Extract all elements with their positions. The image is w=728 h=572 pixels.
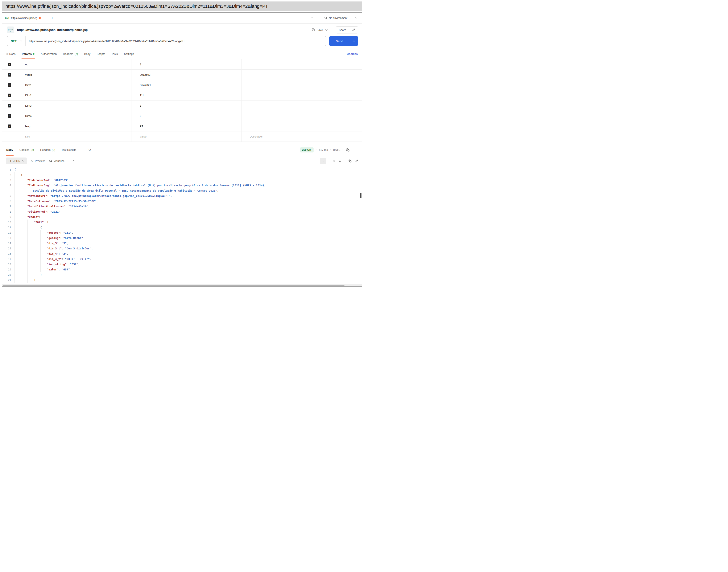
send-options-button[interactable]	[350, 36, 358, 46]
tab-options-button[interactable]	[306, 17, 318, 19]
code-token: ,	[90, 258, 91, 261]
checkbox-checked-icon[interactable]: ✓	[8, 104, 11, 108]
metainf-link[interactable]: https://www.ine.pt/bddXplorer/htdocs/min…	[52, 194, 169, 198]
method-dropdown-button[interactable]	[20, 41, 25, 42]
format-lines-button[interactable]	[332, 160, 336, 162]
environment-dropdown-button[interactable]	[350, 17, 362, 19]
status-badge[interactable]: 200 OK	[300, 147, 314, 152]
param-description-cell[interactable]	[242, 100, 362, 111]
code-token: :	[51, 184, 54, 187]
param-description-cell[interactable]	[242, 111, 362, 121]
save-options-button[interactable]	[325, 29, 328, 31]
param-description-cell[interactable]	[242, 70, 362, 80]
code-text: "IndicadorCod": "0012503",	[27, 177, 70, 183]
active-tab-underline	[21, 59, 35, 59]
request-name[interactable]: https://www.ine.pt/ine/json_indicador/pi…	[17, 28, 88, 31]
search-button[interactable]	[339, 159, 342, 162]
cookies-link[interactable]: Cookies	[346, 49, 358, 59]
vertical-scrollbar-thumb[interactable]	[360, 193, 361, 198]
indent-guide	[21, 235, 27, 240]
param-description-cell[interactable]	[242, 59, 362, 69]
network-security-icon[interactable]	[346, 148, 349, 152]
checkbox-checked-icon[interactable]: ✓	[8, 63, 11, 66]
tab-settings[interactable]: Settings	[124, 49, 134, 59]
send-button[interactable]: Send	[329, 36, 358, 46]
tab-scripts[interactable]: Scripts	[97, 49, 105, 59]
param-value-cell[interactable]: 0012503	[132, 70, 242, 80]
indent-guide	[27, 256, 34, 262]
visualize-button[interactable]: Visualize	[49, 159, 65, 162]
preview-button[interactable]: ▷ Preview	[31, 159, 45, 162]
param-key-cell[interactable]: Dim2	[17, 90, 132, 100]
indent-guide	[14, 220, 21, 225]
wrap-text-button[interactable]	[320, 158, 326, 164]
param-key-cell[interactable]: varcd	[17, 70, 132, 80]
code-line: 11{	[2, 225, 362, 230]
tab-count-badge: (7)	[75, 52, 78, 56]
response-meta: 200 OK 617 ms 853 B •••	[300, 144, 358, 156]
code-token: "geodsg"	[47, 236, 60, 239]
param-key-cell[interactable]: Dim4	[17, 111, 132, 121]
response-tab-test-results[interactable]: Test Results	[61, 144, 76, 156]
more-options-button[interactable]: •••	[354, 149, 358, 151]
link-button[interactable]	[355, 159, 358, 162]
param-key-cell[interactable]: Dim3	[17, 100, 132, 111]
checkbox-checked-icon[interactable]: ✓	[8, 83, 11, 87]
tab-body[interactable]: Body	[84, 49, 91, 59]
response-tab-headers[interactable]: Headers(8)	[40, 144, 55, 156]
request-url-input[interactable]: https://www.ine.pt/ine/json_indicador/pi…	[26, 40, 185, 43]
checkbox-checked-icon[interactable]: ✓	[8, 114, 11, 118]
param-key-cell[interactable]: Dim1	[17, 80, 132, 90]
active-tab-underline	[6, 155, 14, 156]
param-key-placeholder[interactable]: Key	[17, 131, 132, 142]
param-checkbox-cell: ✓	[2, 59, 17, 69]
tab-params[interactable]: Params	[22, 49, 34, 59]
param-value-cell[interactable]: 2	[132, 111, 242, 121]
param-key-cell[interactable]: lang	[17, 121, 132, 131]
browser-url-bar[interactable]: https://www.ine.pt/ine/json_indicador/pi…	[2, 1, 362, 11]
code-text: {	[41, 225, 42, 230]
param-description-cell[interactable]	[242, 90, 362, 100]
copy-button[interactable]	[348, 159, 351, 162]
environment-selector[interactable]: No environment	[318, 16, 350, 20]
param-value-cell[interactable]: S7A2021	[132, 80, 242, 90]
method-selector[interactable]: GET	[7, 40, 20, 43]
param-key-cell[interactable]: op	[17, 59, 132, 69]
param-description-placeholder[interactable]: Description	[242, 131, 362, 142]
response-body-editor[interactable]: 1[2{3"IndicadorCod": "0012503",4"Indicad…	[2, 166, 362, 286]
param-description-cell[interactable]	[242, 80, 362, 90]
share-button[interactable]: Share	[339, 28, 346, 31]
param-value-cell[interactable]: PT	[132, 121, 242, 131]
copy-link-button[interactable]	[352, 28, 355, 31]
request-tab[interactable]: GET https://www.ine.pt/ine/j	[2, 13, 47, 23]
tab-docs[interactable]: ≡Docs	[6, 49, 15, 59]
checkbox-checked-icon[interactable]: ✓	[8, 125, 11, 128]
code-line: 10"2021": [	[2, 220, 362, 225]
param-value-cell[interactable]: 111	[132, 90, 242, 100]
arrow-left-icon: ↽	[10, 31, 11, 32]
param-value-cell[interactable]: 2	[132, 59, 242, 69]
tab-tests[interactable]: Tests	[111, 49, 118, 59]
horizontal-scrollbar[interactable]	[2, 284, 362, 286]
indent-guide	[21, 256, 27, 262]
response-time[interactable]: 617 ms	[319, 148, 328, 151]
param-value-cell[interactable]: 3	[132, 100, 242, 111]
chevron-down-icon[interactable]	[73, 160, 75, 161]
checkbox-checked-icon[interactable]: ✓	[8, 73, 11, 77]
tab-headers[interactable]: Headers(7)	[63, 49, 78, 59]
format-selector[interactable]: { } JSON	[6, 157, 27, 164]
new-tab-button[interactable]: +	[47, 13, 57, 23]
save-button[interactable]: Save	[312, 28, 323, 31]
param-value-placeholder[interactable]: Value	[132, 131, 242, 142]
preview-label: Preview	[35, 159, 45, 162]
param-description-cell[interactable]	[242, 121, 362, 131]
scrollbar-thumb[interactable]	[3, 285, 344, 286]
request-tabs: ≡DocsParamsAuthorizationHeaders(7)BodySc…	[6, 49, 140, 59]
response-tab-body[interactable]: Body	[6, 144, 13, 156]
response-tab-cookies[interactable]: Cookies(2)	[19, 144, 34, 156]
code-line: 13"geodsg": "Alto Minho",	[2, 235, 362, 240]
response-history-button[interactable]: ↺	[88, 144, 91, 156]
tab-authorization[interactable]: Authorization	[41, 49, 57, 59]
response-size[interactable]: 853 B	[333, 148, 340, 151]
checkbox-checked-icon[interactable]: ✓	[8, 93, 11, 97]
